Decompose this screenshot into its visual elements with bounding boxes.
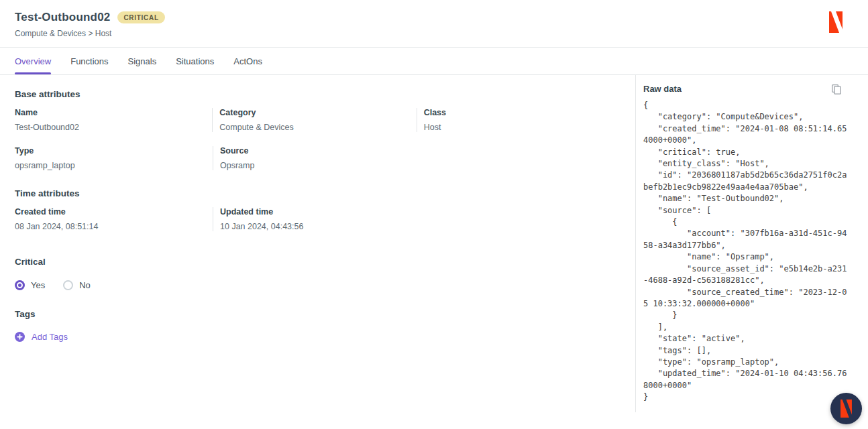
field-created-time: Created time 08 Jan 2024, 08:51:14 xyxy=(15,207,213,231)
field-label: Class xyxy=(424,108,612,117)
field-label: Source xyxy=(220,146,409,156)
section-heading-critical: Critical xyxy=(15,257,620,267)
overview-content: Base attributes Name Test-Outbound02 Cat… xyxy=(15,75,620,342)
field-source: Source Opsramp xyxy=(213,146,417,170)
tab-signals[interactable]: Signals xyxy=(128,48,157,74)
field-label: Created time xyxy=(15,207,205,217)
tab-actons[interactable]: ActOns xyxy=(233,48,262,74)
raw-data-heading: Raw data xyxy=(643,84,682,94)
copy-icon[interactable] xyxy=(832,84,841,95)
time-attributes-row: Created time 08 Jan 2024, 08:51:14 Updat… xyxy=(15,207,620,231)
brand-logo-icon xyxy=(829,11,843,33)
tab-situations[interactable]: Situations xyxy=(176,48,214,74)
radio-no[interactable]: No xyxy=(63,280,91,290)
field-category: Category Compute & Devices xyxy=(212,108,416,132)
breadcrumb: Compute & Devices > Host xyxy=(15,29,111,38)
section-heading-tags: Tags xyxy=(15,309,620,319)
field-value: Opsramp xyxy=(220,161,409,170)
critical-radio-group: Yes No xyxy=(15,280,620,290)
title-row: Test-Outbound02 CRITICAL xyxy=(15,11,165,24)
field-value: Host xyxy=(424,123,612,132)
page-title: Test-Outbound02 xyxy=(15,11,110,24)
raw-data-panel: Raw data { "category": "Compute&Devices"… xyxy=(635,75,868,412)
raw-data-header: Raw data xyxy=(643,84,861,94)
tab-bar: Overview Functions Signals Situations Ac… xyxy=(0,48,868,75)
section-heading-base-attributes: Base attributes xyxy=(15,89,620,99)
status-badge: CRITICAL xyxy=(117,11,164,23)
field-label: Category xyxy=(219,108,408,117)
add-tags-button[interactable]: Add Tags xyxy=(15,332,68,342)
field-value: Test-Outbound02 xyxy=(15,123,204,132)
base-attributes-row-2: Type opsramp_laptop Source Opsramp xyxy=(15,146,620,170)
field-type: Type opsramp_laptop xyxy=(15,146,213,170)
radio-unselected-icon[interactable] xyxy=(63,280,73,290)
field-value: 08 Jan 2024, 08:51:14 xyxy=(15,222,205,231)
field-label: Updated time xyxy=(220,207,409,217)
add-tags-label: Add Tags xyxy=(32,332,68,342)
raw-json-text: { "category": "Compute&Devices", "create… xyxy=(643,100,861,404)
field-updated-time: Updated time 10 Jan 2024, 04:43:56 xyxy=(213,207,417,231)
tab-overview[interactable]: Overview xyxy=(15,48,51,74)
radio-label: Yes xyxy=(31,280,45,290)
floating-logo-button[interactable] xyxy=(830,393,862,424)
entity-detail-page: Test-Outbound02 CRITICAL Compute & Devic… xyxy=(0,0,868,429)
page-header: Test-Outbound02 CRITICAL Compute & Devic… xyxy=(0,0,868,48)
section-heading-time-attributes: Time attributes xyxy=(15,188,620,198)
field-value: 10 Jan 2024, 04:43:56 xyxy=(220,222,409,231)
field-class: Class Host xyxy=(417,108,620,132)
tab-functions[interactable]: Functions xyxy=(70,48,108,74)
radio-label: No xyxy=(79,280,91,290)
field-value: opsramp_laptop xyxy=(15,161,205,170)
field-name: Name Test-Outbound02 xyxy=(15,108,212,132)
field-label: Name xyxy=(15,108,204,117)
brand-logo-icon xyxy=(840,400,852,418)
radio-yes[interactable]: Yes xyxy=(15,280,45,290)
base-attributes-row-1: Name Test-Outbound02 Category Compute & … xyxy=(15,108,620,132)
field-label: Type xyxy=(15,146,205,156)
plus-icon xyxy=(15,332,25,342)
field-value: Compute & Devices xyxy=(219,123,408,132)
radio-selected-icon[interactable] xyxy=(15,280,25,290)
